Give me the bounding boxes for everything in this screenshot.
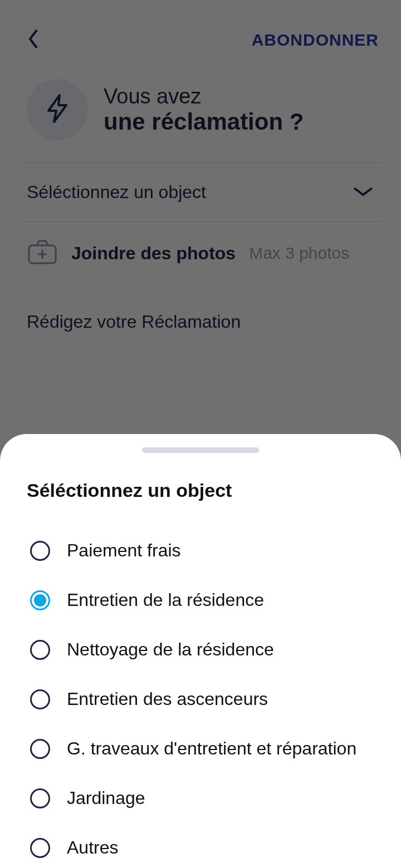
option-row[interactable]: Autres bbox=[27, 823, 374, 868]
sheet-drag-handle[interactable] bbox=[142, 447, 259, 453]
option-label: Nettoyage de la résidence bbox=[67, 639, 274, 660]
option-row[interactable]: Jardinage bbox=[27, 773, 374, 823]
option-label: Autres bbox=[67, 837, 118, 858]
sheet-options-list: Paiement fraisEntretien de la résidenceN… bbox=[27, 526, 374, 868]
option-row[interactable]: Paiement frais bbox=[27, 526, 374, 575]
radio-icon bbox=[30, 689, 50, 709]
radio-icon bbox=[30, 739, 50, 759]
option-label: G. traveaux d'entretient et réparation bbox=[67, 738, 356, 759]
option-label: Entretien des ascenceurs bbox=[67, 689, 268, 709]
option-row[interactable]: Entretien des ascenceurs bbox=[27, 674, 374, 724]
radio-icon bbox=[30, 590, 50, 610]
option-row[interactable]: Nettoyage de la résidence bbox=[27, 625, 374, 674]
option-label: Entretien de la résidence bbox=[67, 590, 264, 610]
option-row[interactable]: G. traveaux d'entretient et réparation bbox=[27, 724, 374, 773]
sheet-title: Séléctionnez un object bbox=[27, 480, 374, 501]
option-label: Jardinage bbox=[67, 788, 145, 808]
radio-icon bbox=[30, 640, 50, 660]
radio-icon bbox=[30, 838, 50, 858]
radio-icon bbox=[30, 788, 50, 808]
option-row[interactable]: Entretien de la résidence bbox=[27, 575, 374, 625]
option-label: Paiement frais bbox=[67, 540, 181, 561]
select-object-sheet: Séléctionnez un object Paiement fraisEnt… bbox=[0, 434, 401, 868]
radio-icon bbox=[30, 541, 50, 561]
